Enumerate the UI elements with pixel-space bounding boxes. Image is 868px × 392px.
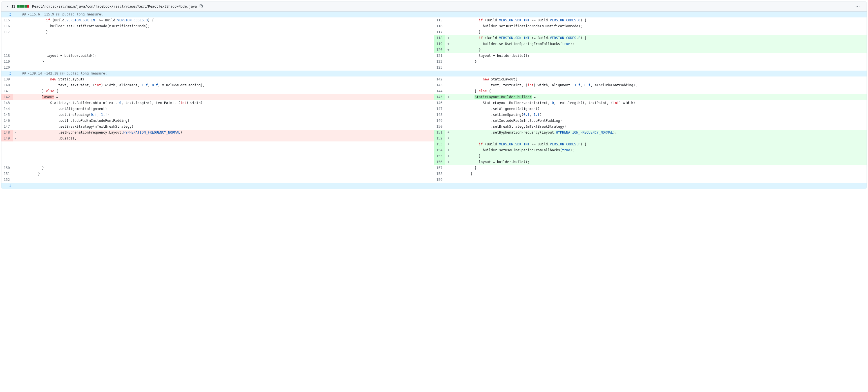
diff-row-add: 154+ builder.setUseLineSpacingFromFallba… bbox=[1, 148, 867, 153]
diff-row-change: 142- layout = 145+ StaticLayout.Builder … bbox=[1, 94, 867, 100]
line-number-new[interactable]: 115 bbox=[434, 18, 445, 23]
marker-plus: + bbox=[445, 35, 452, 41]
code-old: if (Build.VERSION.SDK_INT >= Build.VERSI… bbox=[19, 18, 434, 23]
line-number-new[interactable]: 117 bbox=[434, 29, 445, 35]
expand-down-icon[interactable] bbox=[1, 183, 19, 189]
code-new: builder.setUseLineSpacingFromFallbacks(t… bbox=[452, 148, 867, 153]
line-number-new[interactable]: 122 bbox=[434, 59, 445, 65]
code-new: if (Build.VERSION.SDK_INT >= Build.VERSI… bbox=[452, 141, 867, 148]
code-old: .setBreakStrategy(mTextBreakStrategy) bbox=[19, 124, 434, 130]
line-number-new[interactable]: 120 bbox=[434, 47, 445, 53]
expand-icon[interactable] bbox=[1, 71, 19, 76]
marker-plus: + bbox=[445, 141, 452, 148]
diff-row: 146 .setIncludePad(mIncludeFontPadding) … bbox=[1, 118, 867, 124]
line-number-old[interactable]: 147 bbox=[1, 124, 13, 130]
code-new: StaticLayout.Builder.obtain(text, 0, tex… bbox=[452, 100, 867, 106]
line-number-old[interactable]: 151 bbox=[1, 171, 13, 177]
line-number-new[interactable]: 150 bbox=[434, 124, 445, 130]
line-number-new[interactable]: 154 bbox=[434, 148, 445, 153]
line-number-old[interactable]: 140 bbox=[1, 83, 13, 88]
code-old: builder.setJustificationMode(mJustificat… bbox=[19, 23, 434, 29]
line-number-old[interactable]: 146 bbox=[1, 118, 13, 124]
code-old: } bbox=[19, 171, 434, 177]
line-number-new[interactable]: 121 bbox=[434, 53, 445, 59]
line-number-new[interactable]: 153 bbox=[434, 141, 445, 148]
line-number-new[interactable]: 116 bbox=[434, 23, 445, 29]
diff-row: 141 } else { 144 } else { bbox=[1, 88, 867, 94]
code-new: } bbox=[452, 29, 867, 35]
diff-bar-added bbox=[17, 5, 19, 8]
line-number-old[interactable]: 115 bbox=[1, 18, 13, 23]
line-number-new[interactable]: 118 bbox=[434, 35, 445, 41]
line-number-new[interactable]: 149 bbox=[434, 118, 445, 124]
line-number-new[interactable]: 148 bbox=[434, 112, 445, 118]
code-old bbox=[19, 65, 434, 71]
line-number-new[interactable]: 151 bbox=[434, 130, 445, 135]
diff-row: 140 text, textPaint, (int) width, alignm… bbox=[1, 83, 867, 88]
line-number-old[interactable]: 143 bbox=[1, 100, 13, 106]
diff-row: 139 new StaticLayout( 142 new StaticLayo… bbox=[1, 76, 867, 83]
code-new: } bbox=[452, 47, 867, 53]
line-number-new[interactable]: 146 bbox=[434, 100, 445, 106]
line-number-old[interactable]: 119 bbox=[1, 59, 13, 65]
code-old: } else { bbox=[19, 88, 434, 94]
code-old: .setHyphenationFrequency(Layout.HYPHENAT… bbox=[19, 130, 434, 135]
line-number-old[interactable]: 149 bbox=[1, 135, 13, 141]
line-number-new[interactable]: 158 bbox=[434, 171, 445, 177]
diff-table: @@ -115,6 +115,9 @@ public long measure(… bbox=[1, 11, 867, 189]
file-path[interactable]: ReactAndroid/src/main/java/com/facebook/… bbox=[32, 4, 197, 8]
marker-plus: + bbox=[445, 159, 452, 165]
diff-row-change: 148- .setHyphenationFrequency(Layout.HYP… bbox=[1, 130, 867, 135]
chevron-down-icon[interactable] bbox=[6, 5, 9, 8]
code-old: layout = builder.build(); bbox=[19, 53, 434, 59]
diff-row: 117 } 117 } bbox=[1, 29, 867, 35]
code-new: .setIncludePad(mIncludeFontPadding) bbox=[452, 118, 867, 124]
line-number-new[interactable]: 143 bbox=[434, 83, 445, 88]
diff-row-add: 119+ builder.setUseLineSpacingFromFallba… bbox=[1, 41, 867, 47]
line-number-new[interactable]: 152 bbox=[434, 135, 445, 141]
diff-row: 115 if (Build.VERSION.SDK_INT >= Build.V… bbox=[1, 18, 867, 23]
line-number-new[interactable]: 145 bbox=[434, 94, 445, 100]
diff-bar-added bbox=[25, 5, 27, 8]
code-new: layout = builder.build(); bbox=[452, 53, 867, 59]
line-number-new[interactable]: 142 bbox=[434, 76, 445, 83]
line-number-old[interactable]: 120 bbox=[1, 65, 13, 71]
diff-bar-added bbox=[20, 5, 22, 8]
code-old: text, textPaint, (int) width, alignment,… bbox=[19, 83, 434, 88]
line-number-new[interactable]: 156 bbox=[434, 159, 445, 165]
line-number-new[interactable]: 155 bbox=[434, 153, 445, 159]
hunk-footer bbox=[1, 183, 867, 189]
line-number-old[interactable]: 145 bbox=[1, 112, 13, 118]
line-number-old[interactable]: 118 bbox=[1, 53, 13, 59]
line-number-old[interactable]: 142 bbox=[1, 94, 13, 100]
line-number-new[interactable]: 147 bbox=[434, 106, 445, 112]
line-number-old[interactable]: 150 bbox=[1, 165, 13, 171]
line-number-new[interactable]: 144 bbox=[434, 88, 445, 94]
line-number-old[interactable]: 148 bbox=[1, 130, 13, 135]
diff-row-add: 118+ if (Build.VERSION.SDK_INT >= Build.… bbox=[1, 35, 867, 41]
diff-row-change: 149- .build(); 152+ bbox=[1, 135, 867, 141]
line-number-old[interactable]: 144 bbox=[1, 106, 13, 112]
kebab-icon[interactable]: ⋯ bbox=[854, 4, 862, 9]
copy-icon[interactable] bbox=[199, 4, 203, 9]
diff-row-add: 155+ } bbox=[1, 153, 867, 159]
line-number-new[interactable]: 119 bbox=[434, 41, 445, 47]
line-number-old[interactable]: 139 bbox=[1, 76, 13, 83]
diff-row: 118 layout = builder.build(); 121 layout… bbox=[1, 53, 867, 59]
marker-plus: + bbox=[445, 135, 452, 141]
line-number-old[interactable]: 141 bbox=[1, 88, 13, 94]
diff-row: 151 } 158 } bbox=[1, 171, 867, 177]
line-number-old[interactable]: 116 bbox=[1, 23, 13, 29]
code-new: if (Build.VERSION.SDK_INT >= Build.VERSI… bbox=[452, 35, 867, 41]
code-new bbox=[452, 177, 867, 183]
line-number-old[interactable]: 152 bbox=[1, 177, 13, 183]
code-old: } bbox=[19, 59, 434, 65]
line-number-new[interactable]: 159 bbox=[434, 177, 445, 183]
marker-plus: + bbox=[445, 41, 452, 47]
line-number-old[interactable]: 117 bbox=[1, 29, 13, 35]
line-number-new[interactable]: 157 bbox=[434, 165, 445, 171]
line-number-new[interactable]: 123 bbox=[434, 65, 445, 71]
expand-icon[interactable] bbox=[1, 11, 19, 18]
marker-plus: + bbox=[445, 148, 452, 153]
code-new: text, textPaint, (int) width, alignment,… bbox=[452, 83, 867, 88]
